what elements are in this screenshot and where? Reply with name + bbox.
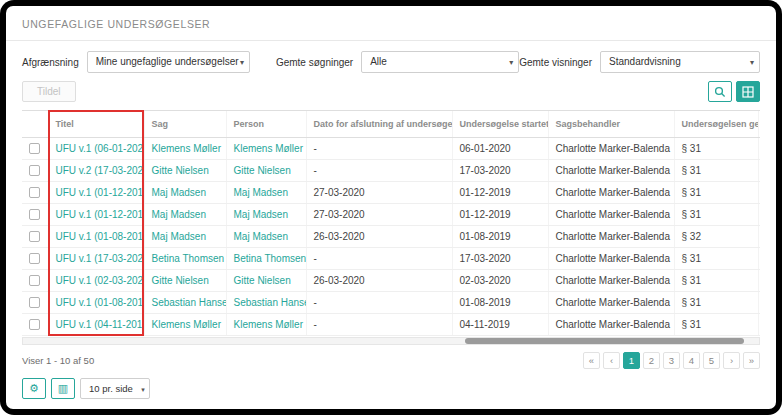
cell-gennemfoert_efter: § 31 <box>682 275 701 286</box>
cell-titel[interactable]: UFU v.1 (17-03-2020) <box>56 253 145 264</box>
screenshot-frame: UNGEFAGLIGE UNDERSØGELSER Afgrænsning Mi… <box>0 0 782 415</box>
cell-gennemfoert_efter: § 31 <box>682 143 701 154</box>
column-header-sagsbehandler[interactable]: Sagsbehandler <box>548 111 674 138</box>
cell-person[interactable]: Klemens Møller <box>234 143 303 154</box>
afgraensning-select[interactable]: Mine ungefaglige undersøgelser ▾ <box>87 51 250 73</box>
cell-sag[interactable]: Betina Thomsen <box>152 253 225 264</box>
column-header-afslutning[interactable]: Dato for afslutning af undersøgelsen <box>306 111 452 138</box>
cell-titel[interactable]: UFU v.1 (01-08-2019) <box>56 297 145 308</box>
results-table: Titel Sag Person Dato for afslutning af … <box>22 110 760 336</box>
gear-icon: ⚙ <box>29 382 39 395</box>
table-row: UFU v.1 (04-11-2019)Klemens MøllerKlemen… <box>22 314 760 336</box>
cell-gennemfoert_efter: § 31 <box>682 187 701 198</box>
cell-titel[interactable]: UFU v.1 (02-03-2020) <box>56 275 145 286</box>
cell-titel[interactable]: UFU v.1 (04-11-2019) <box>56 319 145 330</box>
table-row: UFU v.1 (01-08-2019)Maj MadsenMaj Madsen… <box>22 226 760 248</box>
column-label: Sagsbehandler <box>556 119 621 129</box>
search-button[interactable] <box>708 81 732 102</box>
chevron-down-icon: ▾ <box>240 52 244 73</box>
page-size-select[interactable]: 10 pr. side ▾ <box>80 378 150 399</box>
pagination-page-1[interactable]: 1 <box>623 352 640 369</box>
settings-button[interactable]: ⚙ <box>22 378 46 399</box>
column-header-titel[interactable]: Titel <box>48 111 144 138</box>
cell-titel[interactable]: UFU v.1 (06-01-2020) <box>56 143 145 154</box>
row-checkbox[interactable] <box>29 209 40 220</box>
grid-view-button[interactable] <box>736 81 760 102</box>
column-label: Undersøgelse startet dato <box>460 119 549 129</box>
row-checkbox[interactable] <box>29 143 40 154</box>
cell-sag[interactable]: Gitte Nielsen <box>152 275 209 286</box>
cell-person[interactable]: Gitte Nielsen <box>234 165 291 176</box>
cell-person[interactable]: Gitte Nielsen <box>234 275 291 286</box>
cell-person[interactable]: Maj Madsen <box>234 187 288 198</box>
cell-titel[interactable]: UFU v.2 (17-03-2020) <box>56 165 145 176</box>
column-header-person[interactable]: Person <box>226 111 306 138</box>
cell-person[interactable]: Sebastian Hansen <box>234 297 307 308</box>
cell-sag[interactable]: Sebastian Hansen <box>152 297 227 308</box>
cell-sagsbehandler: Charlotte Marker-Balenda <box>556 187 671 198</box>
grid-icon <box>742 86 754 98</box>
cell-sagsbehandler: Charlotte Marker-Balenda <box>556 209 671 220</box>
cell-startet_dato: 17-03-2020 <box>460 165 511 176</box>
scrollbar-thumb[interactable] <box>465 338 745 344</box>
cell-person[interactable]: Klemens Møller <box>234 319 303 330</box>
cell-sag[interactable]: Maj Madsen <box>152 209 206 220</box>
pagination-first[interactable]: « <box>583 352 600 369</box>
row-checkbox[interactable] <box>29 253 40 264</box>
cell-sagsbehandler: Charlotte Marker-Balenda <box>556 143 671 154</box>
row-checkbox[interactable] <box>29 187 40 198</box>
bottom-controls: ⚙ ▥ 10 pr. side ▾ <box>22 378 760 399</box>
table-row: UFU v.1 (17-03-2020)Betina ThomsenBetina… <box>22 248 760 270</box>
cell-titel[interactable]: UFU v.1 (01-08-2019) <box>56 231 145 242</box>
gemte-soegninger-select[interactable]: Alle ▾ <box>361 51 519 73</box>
tildel-button[interactable]: Tildel <box>22 81 76 102</box>
cell-sag[interactable]: Maj Madsen <box>152 187 206 198</box>
cell-titel[interactable]: UFU v.1 (01-12-2019) <box>56 209 145 220</box>
gemte-visninger-label: Gemte visninger <box>519 57 592 68</box>
table-row: UFU v.1 (01-08-2019)Sebastian HansenSeba… <box>22 292 760 314</box>
row-checkbox[interactable] <box>29 319 40 330</box>
row-checkbox[interactable] <box>29 231 40 242</box>
cell-cutoff <box>758 138 760 160</box>
pagination-next[interactable]: › <box>723 352 740 369</box>
column-header-gennemfoert[interactable]: Undersøgelsen gennemført efter <box>674 111 758 138</box>
pagination-page-3[interactable]: 3 <box>663 352 680 369</box>
cell-person[interactable]: Maj Madsen <box>234 231 288 242</box>
gemte-soegninger-group: Gemte søgninger Alle ▾ <box>276 51 519 73</box>
cell-titel[interactable]: UFU v.1 (01-12-2019) <box>56 187 145 198</box>
column-header-sag[interactable]: Sag <box>144 111 226 138</box>
cell-startet_dato: 02-03-2020 <box>460 275 511 286</box>
cell-cutoff <box>758 160 760 182</box>
pagination-page-5[interactable]: 5 <box>703 352 720 369</box>
page-size-value: 10 pr. side <box>89 383 133 394</box>
gemte-visninger-group: Gemte visninger Standardvisning ▾ <box>519 51 760 73</box>
pagination-prev[interactable]: ‹ <box>603 352 620 369</box>
cell-afslutning_dato: 27-03-2020 <box>314 187 365 198</box>
gemte-soegninger-value: Alle <box>370 56 387 67</box>
gemte-visninger-select[interactable]: Standardvisning ▾ <box>600 51 760 73</box>
gemte-soegninger-label: Gemte søgninger <box>276 57 353 68</box>
pagination-page-4[interactable]: 4 <box>683 352 700 369</box>
column-header-startet[interactable]: Undersøgelse startet dato <box>452 111 548 138</box>
select-all-header <box>22 111 48 138</box>
row-checkbox[interactable] <box>29 165 40 176</box>
cell-gennemfoert_efter: § 31 <box>682 209 701 220</box>
cell-person[interactable]: Maj Madsen <box>234 209 288 220</box>
pagination-last[interactable]: » <box>743 352 760 369</box>
cell-sag[interactable]: Maj Madsen <box>152 231 206 242</box>
cell-sagsbehandler: Charlotte Marker-Balenda <box>556 165 671 176</box>
cell-afslutning_dato: - <box>314 297 317 308</box>
chevron-down-icon: ▾ <box>509 52 513 73</box>
cell-sag[interactable]: Klemens Møller <box>152 143 221 154</box>
cell-sag[interactable]: Klemens Møller <box>152 319 221 330</box>
row-checkbox[interactable] <box>29 297 40 308</box>
row-checkbox[interactable] <box>29 275 40 286</box>
actions-row: Tildel <box>22 81 760 102</box>
cell-person[interactable]: Betina Thomsen <box>234 253 307 264</box>
column-label: Titel <box>56 119 74 129</box>
columns-button[interactable]: ▥ <box>51 378 75 399</box>
pagination-page-2[interactable]: 2 <box>643 352 660 369</box>
cell-sag[interactable]: Gitte Nielsen <box>152 165 209 176</box>
cell-sagsbehandler: Charlotte Marker-Balenda <box>556 297 671 308</box>
column-label: Person <box>234 119 265 129</box>
